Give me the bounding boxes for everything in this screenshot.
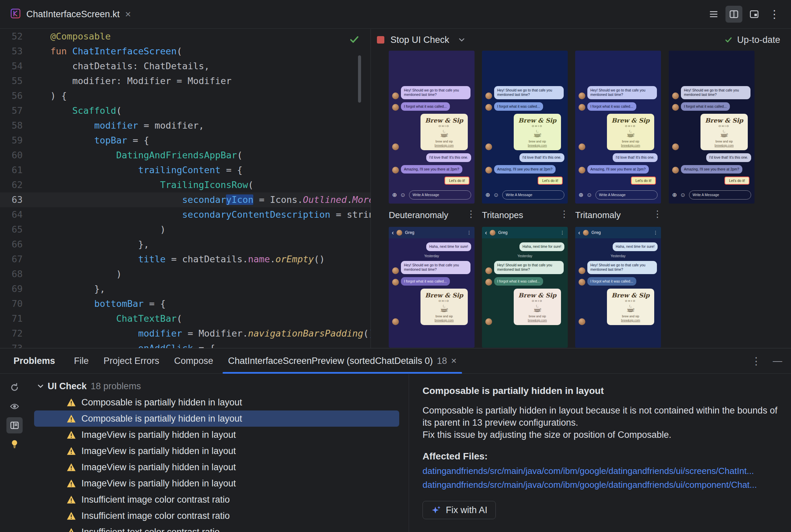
structure-view-icon[interactable] [705,6,722,23]
message-input[interactable]: Write A Message [409,190,471,200]
message-row: I'd love that! It's this one. [485,153,564,162]
message-row: Haha, next time for sure! [485,242,564,251]
line-number: 71 [0,311,34,326]
avatar [485,267,492,274]
message-row: Hey! Should we go to that cafe you menti… [392,86,471,99]
chevron-expanded-icon[interactable] [37,384,43,388]
warning-icon [67,495,76,504]
problem-item[interactable]: ImageView is partially hidden in layout [34,475,399,492]
kebab-icon[interactable]: ⋮ [467,230,472,235]
kebab-icon[interactable]: ⋮ [560,230,565,235]
emoji-icon[interactable]: ☺ [680,192,686,198]
code-line: 62 TrailingIconsRow( [0,177,370,192]
group-title: UI Check [48,381,87,392]
chat-bubble: Hey! Should we go to that cafe you menti… [587,86,657,99]
preview-kebab-icon[interactable]: ⋮ [560,209,569,220]
brewsip-card: Brew & SipOHIO☕brew and sipbrew&sip.com [421,114,468,150]
chat-messages: Haha, next time for sure!YesterdayHey! S… [482,238,568,348]
problem-item[interactable]: Insufficient image color contrast ratio [34,492,399,508]
problem-item[interactable]: Insufficient text color contrast ratio [34,524,399,532]
message-row: Amazing, I'll see you there at 2pm? [672,165,751,174]
stop-ui-check-button[interactable]: Stop UI Check [377,35,465,45]
device-preview[interactable]: Hey! Should we go to that cafe you menti… [575,51,661,204]
panel-options-icon[interactable]: ⋮ [751,355,761,367]
line-number: 63 [0,192,34,207]
add-attachment-icon[interactable]: ⊕ [485,192,490,198]
device-preview[interactable]: ‹Greg⋮Haha, next time for sure!Yesterday… [482,227,568,348]
warning-icon [67,479,76,488]
problem-item[interactable]: Composable is partially hidden in layout [34,411,399,427]
emoji-icon[interactable]: ☺ [586,192,592,198]
inspections-ok-icon[interactable] [349,34,360,47]
emoji-icon[interactable]: ☺ [400,192,406,198]
kebab-icon[interactable]: ⋮ [653,230,658,235]
editor-tab[interactable]: ChatInterfaceScreen.kt × [8,0,136,28]
message-input[interactable]: Write A Message [595,190,658,200]
message-input[interactable]: Write A Message [689,190,751,200]
eye-icon[interactable] [6,398,23,415]
add-attachment-icon[interactable]: ⊕ [672,192,677,198]
chat-bubble: Hey! Should we go to that cafe you menti… [494,261,564,274]
brewsip-card: Brew & SipOHIO☕brew and sipbrew&sip.com [607,114,654,150]
editor-scrollbar[interactable] [358,55,361,102]
code-line: 63 secondaryIcon = Icons.Outlined.More [0,192,370,207]
preview-kebab-icon[interactable]: ⋮ [653,209,662,220]
device-preview[interactable]: Hey! Should we go to that cafe you menti… [482,51,568,204]
problems-tab[interactable]: Compose [167,348,221,373]
problems-group-header[interactable]: UI Check 18 problems [29,378,409,394]
details-view-icon[interactable] [6,417,23,433]
ui-check-panel: Stop UI Check Up-to-date Hey! Should we … [370,29,791,348]
lightbulb-icon[interactable] [6,436,23,452]
card-brand: Brew & Sip [609,117,652,124]
problem-item-label: ImageView is partially hidden in layout [81,478,236,489]
preview-kebab-icon[interactable]: ⋮ [466,209,476,220]
close-tab-icon[interactable]: × [125,9,131,19]
problems-tab[interactable]: ChatInterfaceScreenPreview (sortedChatDe… [221,348,464,373]
flagged-bubble: Let's do it! [538,176,563,185]
message-row: Brew & SipOHIO☕brew and sipbrew&sip.com [485,289,564,325]
code-line: 66 }, [0,237,370,252]
back-icon[interactable]: ‹ [392,230,394,235]
more-options-icon[interactable]: ⋮ [766,6,783,23]
problem-item[interactable]: Composable is partially hidden in layout [34,394,399,411]
problem-item[interactable]: ImageView is partially hidden in layout [34,443,399,459]
problems-tab[interactable]: File [67,348,96,373]
problems-tab[interactable]: Project Errors [96,348,167,373]
chevron-down-icon[interactable] [459,38,465,42]
back-icon[interactable]: ‹ [485,230,487,235]
device-preview[interactable]: Hey! Should we go to that cafe you menti… [669,51,755,204]
line-number: 66 [0,237,34,252]
status-up-to-date: Up-to-date [724,35,780,45]
chat-bubble: Haha, next time for sure! [426,242,471,251]
device-preview[interactable]: ‹Greg⋮Haha, next time for sure!Yesterday… [575,227,661,348]
affected-file-link[interactable]: datingandfriends/src/main/java/com/ibm/g… [423,479,777,491]
split-editor-icon[interactable] [725,6,742,23]
affected-file-link[interactable]: datingandfriends/src/main/java/com/ibm/g… [423,465,777,477]
minimize-panel-icon[interactable]: — [773,356,782,366]
problem-item[interactable]: ImageView is partially hidden in layout [34,459,399,475]
code-lines[interactable]: 52@Composable53fun ChatInterfaceScreen(5… [0,29,370,348]
code-text: }, [34,237,149,252]
message-input[interactable]: Write A Message [502,190,564,200]
problems-list: Composable is partially hidden in layout… [29,394,409,532]
message-row: Brew & SipOHIO☕brew and sipbrew&sip.com [392,289,471,325]
problems-tab-bar: Problems FileProject ErrorsComposeChatIn… [0,348,791,374]
back-icon[interactable]: ‹ [578,230,580,235]
close-tab-icon[interactable]: × [451,356,457,366]
message-row: Haha, next time for sure! [392,242,471,251]
add-attachment-icon[interactable]: ⊕ [392,192,397,198]
problem-item[interactable]: Insufficient image color contrast ratio [34,508,399,524]
add-attachment-icon[interactable]: ⊕ [578,192,583,198]
preview-layout-icon[interactable] [746,6,762,23]
line-number: 59 [0,133,34,148]
emoji-icon[interactable]: ☺ [493,192,499,198]
line-number: 52 [0,29,34,44]
chat-appbar: ‹Greg⋮ [482,227,568,238]
problems-toolbar-rail [0,374,29,532]
fix-with-ai-button[interactable]: Fix with AI [423,501,496,519]
refresh-icon[interactable] [6,379,23,396]
chat-bubble: I'd love that! It's this one. [613,153,658,162]
device-preview[interactable]: ‹Greg⋮Haha, next time for sure!Yesterday… [389,227,475,348]
problem-item[interactable]: ImageView is partially hidden in layout [34,427,399,443]
device-preview[interactable]: Hey! Should we go to that cafe you menti… [389,51,475,204]
